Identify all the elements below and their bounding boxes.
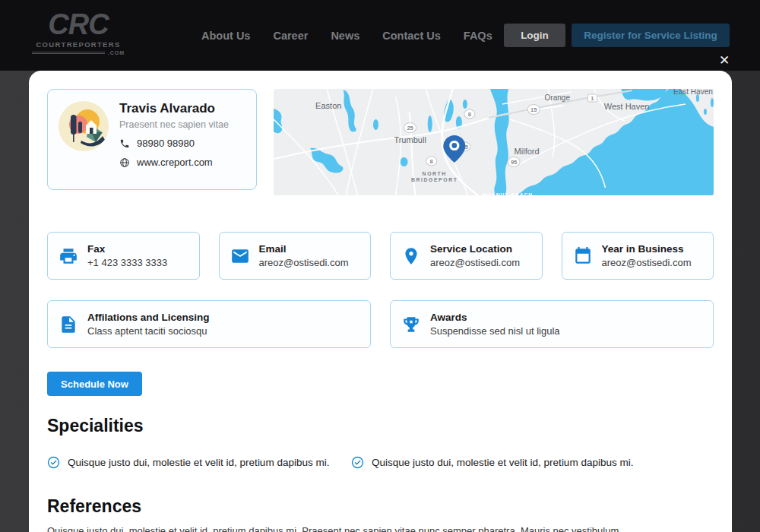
service-location-title: Service Location [430, 243, 520, 255]
specialities-list: Quisque justo dui, molestie et velit id,… [47, 456, 714, 469]
profile-phone: 98980 98980 [137, 138, 195, 149]
check-circle-icon [47, 456, 60, 469]
logo-tld-row: .COM [27, 50, 129, 55]
year-in-business-card-text: Year in Business areoz@ostisedi.com [602, 243, 692, 268]
email-value: areoz@ostisedi.com [259, 257, 349, 268]
svg-text:Milford: Milford [515, 147, 540, 156]
svg-text:8: 8 [468, 111, 471, 118]
service-area-map[interactable]: 25 8 8 15 1 95 15 Easton Tr [274, 89, 714, 195]
speciality-item: Quisque justo dui, molestie et velit id,… [47, 456, 351, 469]
avatar [59, 101, 109, 151]
profile-subtitle: Praesent nec sapien vitae [119, 119, 229, 130]
logo-wordmark: COURTREPORTERS [27, 40, 129, 49]
fax-value: +1 423 3333 3333 [87, 257, 167, 268]
modal-top-row: Travis Alvarado Praesent nec sapien vita… [47, 89, 714, 195]
fax-card-text: Fax +1 423 3333 3333 [87, 243, 167, 268]
nav-contact-us[interactable]: Contact Us [382, 30, 441, 42]
calendar-icon [573, 246, 593, 266]
location-icon [401, 246, 421, 266]
profile-website-link[interactable]: www.creport.com [137, 157, 213, 168]
document-icon [59, 315, 78, 334]
awards-card-text: Awards Suspendisse sed nisl ut ligula [430, 312, 560, 337]
login-button[interactable]: Login [504, 24, 565, 47]
year-in-business-value: areoz@ostisedi.com [602, 257, 692, 268]
awards-title: Awards [430, 312, 560, 323]
specialities-heading: Specialities [47, 416, 714, 436]
site-header: CRC COURTREPORTERS .COM About Us Career … [0, 0, 760, 71]
svg-text:95: 95 [511, 159, 517, 166]
email-icon [230, 246, 250, 266]
service-location-value: areoz@ostisedi.com [430, 257, 520, 268]
speciality-text: Quisque justo dui, molestie et velit id,… [372, 457, 633, 468]
affiliations-card-text: Affilations and Licensing Class aptent t… [87, 312, 210, 337]
references-heading: References [47, 496, 714, 517]
main-nav: About Us Career News Contact Us FAQs [201, 0, 492, 71]
nav-career[interactable]: Career [273, 30, 308, 42]
profile-info: Travis Alvarado Praesent nec sapien vita… [119, 101, 229, 178]
info-cards-row-2: Affilations and Licensing Class aptent t… [47, 300, 714, 348]
svg-text:WALNUT BEACH: WALNUT BEACH [483, 192, 533, 195]
service-location-card-text: Service Location areoz@ostisedi.com [430, 243, 520, 268]
svg-text:BRIDGEPORT: BRIDGEPORT [411, 178, 458, 183]
profile-phone-row: 98980 98980 [119, 138, 229, 149]
affiliations-title: Affilations and Licensing [87, 312, 210, 323]
trophy-icon [401, 315, 421, 334]
logo-acronym: CRC [27, 10, 129, 39]
close-icon[interactable]: ✕ [715, 52, 733, 70]
svg-text:1: 1 [591, 95, 594, 102]
year-in-business-card: Year in Business areoz@ostisedi.com [562, 232, 714, 280]
email-card: Email areoz@ostisedi.com [219, 232, 372, 280]
logo-tld: .COM [108, 50, 125, 55]
profile-name: Travis Alvarado [119, 101, 229, 116]
info-cards-row-1: Fax +1 423 3333 3333 Email areoz@ostised… [47, 232, 714, 280]
fax-title: Fax [87, 243, 167, 255]
fax-card: Fax +1 423 3333 3333 [47, 232, 200, 280]
svg-text:Easton: Easton [315, 101, 341, 110]
nav-about-us[interactable]: About Us [201, 30, 250, 42]
svg-text:15: 15 [530, 106, 537, 113]
nav-faqs[interactable]: FAQs [464, 30, 492, 42]
schedule-now-button[interactable]: Schedule Now [47, 372, 142, 396]
speciality-item: Quisque justo dui, molestie et velit id,… [351, 456, 655, 469]
svg-text:Orange: Orange [545, 93, 571, 102]
register-service-listing-button[interactable]: Register for Service Listing [572, 24, 730, 47]
phone-icon [119, 138, 130, 149]
affiliations-card: Affilations and Licensing Class aptent t… [47, 300, 371, 348]
awards-value: Suspendisse sed nisl ut ligula [430, 325, 560, 337]
svg-text:NORTH: NORTH [423, 171, 447, 176]
fax-icon [59, 246, 78, 266]
profile-website-row: www.creport.com [119, 157, 229, 168]
references-paragraph: Quisque justo dui, molestie et velit id,… [47, 524, 714, 532]
svg-text:Trumbull: Trumbull [394, 135, 426, 144]
globe-icon [119, 157, 130, 168]
year-in-business-title: Year in Business [602, 243, 692, 255]
profile-card: Travis Alvarado Praesent nec sapien vita… [47, 89, 257, 190]
email-title: Email [259, 243, 349, 255]
svg-text:East Haven: East Haven [673, 89, 713, 96]
nav-news[interactable]: News [331, 30, 359, 42]
email-card-text: Email areoz@ostisedi.com [259, 243, 349, 268]
check-circle-icon [351, 456, 364, 469]
logo-divider-line [32, 52, 105, 54]
site-logo[interactable]: CRC COURTREPORTERS .COM [27, 10, 129, 55]
svg-text:25: 25 [407, 125, 413, 131]
speciality-text: Quisque justo dui, molestie et velit id,… [68, 457, 329, 468]
svg-text:West Haven: West Haven [604, 102, 650, 111]
awards-card: Awards Suspendisse sed nisl ut ligula [390, 300, 714, 348]
svg-text:8: 8 [430, 158, 433, 165]
provider-detail-modal: Travis Alvarado Praesent nec sapien vita… [29, 71, 732, 532]
service-location-card: Service Location areoz@ostisedi.com [390, 232, 543, 280]
affiliations-value: Class aptent taciti sociosqu [87, 325, 210, 337]
